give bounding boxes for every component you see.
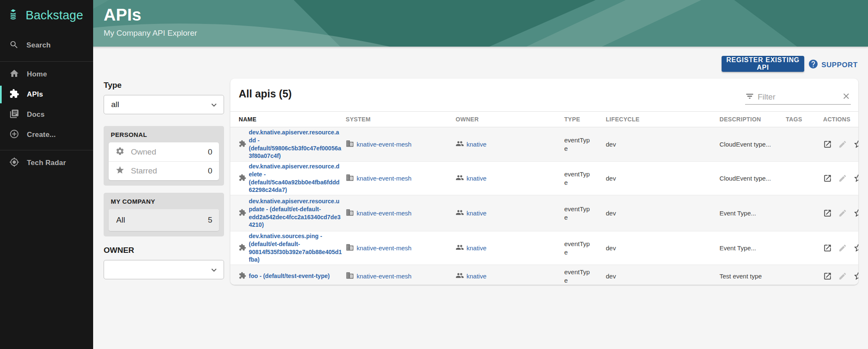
owner-link[interactable]: knative — [467, 175, 487, 182]
star-api-button[interactable] — [853, 173, 858, 183]
api-description: Test event type — [719, 265, 786, 285]
sidebar-logo[interactable]: Backstage — [0, 0, 93, 23]
system-link[interactable]: knative-event-mesh — [357, 273, 412, 280]
owner-link[interactable]: knative — [467, 244, 487, 252]
api-tags — [786, 195, 823, 231]
view-api-button[interactable] — [823, 244, 832, 252]
sidebar-item-tech-radar[interactable]: Tech Radar — [0, 153, 93, 173]
api-name-link[interactable]: dev.knative.apiserver.resource.update - … — [249, 197, 342, 229]
sidebar-item-search[interactable]: Search — [0, 35, 93, 55]
star-api-button[interactable] — [853, 243, 858, 253]
backstage-logo-icon — [8, 8, 22, 23]
column-header-owner[interactable]: OWNER — [456, 112, 564, 127]
chevron-down-icon — [209, 100, 219, 112]
owner-filter: OWNER — [104, 246, 224, 279]
filter-list-icon — [745, 92, 754, 102]
page-header: APIs My Company API Explorer — [0, 0, 868, 47]
api-lifecycle: dev — [606, 231, 719, 265]
sidebar-item-apis[interactable]: APIs — [0, 84, 93, 105]
filter-item-starred[interactable]: Starred 0 — [109, 161, 219, 180]
table-row: dev.knative.apiserver.resource.update - … — [230, 195, 858, 231]
owner-link[interactable]: knative — [467, 210, 487, 217]
sidebar-divider — [0, 61, 93, 62]
star-api-button[interactable] — [853, 271, 858, 281]
column-header-lifecycle[interactable]: LIFECYCLE — [606, 112, 719, 127]
table-row: dev.knative.sources.ping - (default/et-d… — [230, 231, 858, 265]
table-row: dev.knative.apiserver.resource.delete - … — [230, 162, 858, 195]
column-header-actions: ACTIONS — [823, 112, 858, 127]
api-tags — [786, 265, 823, 285]
api-type: eventType — [564, 205, 593, 221]
owner-link[interactable]: knative — [467, 141, 487, 148]
register-existing-api-button[interactable]: REGISTER EXISTING API — [722, 56, 804, 72]
all-label: All — [116, 215, 208, 225]
api-lifecycle: dev — [606, 265, 719, 285]
view-api-button[interactable] — [823, 140, 832, 149]
view-api-button[interactable] — [823, 272, 832, 281]
page-subtitle: My Company API Explorer — [104, 29, 197, 38]
system-link[interactable]: knative-event-mesh — [357, 210, 412, 217]
search-icon — [9, 40, 19, 51]
view-api-button[interactable] — [823, 174, 832, 183]
column-header-type[interactable]: TYPE — [564, 112, 606, 127]
personal-group-card: Owned 0 Starred 0 — [109, 142, 219, 180]
owner-link[interactable]: knative — [467, 273, 487, 280]
system-icon — [346, 139, 354, 150]
filter-input[interactable] — [758, 92, 838, 102]
star-api-button[interactable] — [853, 208, 858, 218]
view-api-button[interactable] — [823, 209, 832, 218]
table-row: foo - (default/test-event-type) knative-… — [230, 265, 858, 285]
table-title: All apis (5) — [239, 88, 292, 100]
type-select[interactable]: all — [104, 95, 224, 114]
column-header-name[interactable]: NAME — [230, 112, 346, 127]
group-icon — [456, 243, 464, 253]
all-count: 5 — [208, 215, 212, 225]
company-group-card: All 5 — [109, 209, 219, 231]
column-header-system[interactable]: SYSTEM — [346, 112, 456, 127]
clear-filter-icon[interactable] — [842, 92, 851, 102]
sidebar-nav: Home APIs Docs Create... — [0, 64, 93, 145]
edit-api-button[interactable] — [838, 209, 847, 218]
column-header-description[interactable]: DESCRIPTION — [719, 112, 786, 127]
api-name-link[interactable]: foo - (default/test-event-type) — [249, 272, 342, 280]
edit-api-button[interactable] — [838, 272, 847, 281]
type-filter-label: Type — [104, 81, 224, 90]
system-link[interactable]: knative-event-mesh — [357, 175, 412, 182]
edit-api-button[interactable] — [838, 174, 847, 183]
backstage-app: APIs My Company API Explorer Backstage S… — [0, 0, 868, 349]
system-icon — [346, 208, 354, 218]
edit-api-button[interactable] — [838, 140, 847, 149]
extension-icon — [239, 174, 246, 183]
api-table-card: All apis (5) NAME SYSTEM OWNER TYPE — [230, 79, 858, 285]
api-name-link[interactable]: dev.knative.apiserver.resource.delete - … — [249, 163, 342, 194]
filter-item-all[interactable]: All 5 — [109, 209, 219, 231]
sidebar-item-label: Tech Radar — [27, 159, 66, 167]
page-header-titles: APIs My Company API Explorer — [104, 5, 197, 38]
system-link[interactable]: knative-event-mesh — [357, 141, 412, 148]
edit-api-button[interactable] — [838, 244, 847, 252]
sidebar-item-create[interactable]: Create... — [0, 125, 93, 145]
filter-item-owned[interactable]: Owned 0 — [109, 142, 219, 161]
sidebar-item-home[interactable]: Home — [0, 64, 93, 84]
api-name-link[interactable]: dev.knative.sources.ping - (default/et-d… — [249, 232, 342, 264]
filter-panel: Type all PERSONAL Owned 0 — [104, 81, 224, 279]
system-icon — [346, 243, 354, 253]
api-table: NAME SYSTEM OWNER TYPE LIFECYCLE DESCRIP… — [230, 111, 858, 285]
support-button[interactable]: SUPPORT — [808, 59, 858, 71]
sidebar-search-label: Search — [26, 41, 51, 50]
home-icon — [9, 68, 19, 80]
api-name-link[interactable]: dev.knative.apiserver.resource.add - (de… — [249, 129, 342, 160]
sidebar-item-docs[interactable]: Docs — [0, 105, 93, 125]
system-link[interactable]: knative-event-mesh — [357, 244, 412, 252]
type-select-value: all — [111, 100, 119, 109]
group-icon — [456, 139, 464, 150]
docs-icon — [9, 109, 19, 121]
extension-icon — [239, 272, 246, 281]
support-label: SUPPORT — [821, 61, 858, 69]
chevron-down-icon — [209, 265, 219, 277]
starred-label: Starred — [131, 166, 208, 176]
owner-select[interactable] — [104, 260, 224, 279]
api-type: eventType — [564, 170, 593, 186]
column-header-tags[interactable]: TAGS — [786, 112, 823, 127]
star-api-button[interactable] — [853, 139, 858, 149]
